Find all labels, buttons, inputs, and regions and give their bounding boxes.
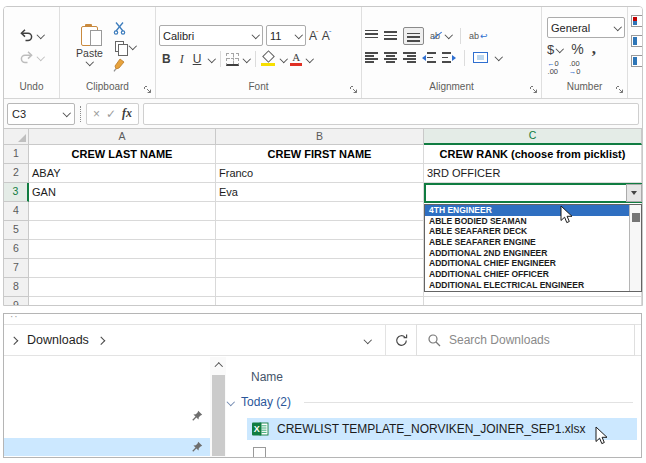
group-header-today[interactable]: Today (2) <box>226 395 291 409</box>
picklist-item[interactable]: ADDITIONAL CHIEF ENGINEER <box>425 258 641 269</box>
orientation-dropdown-chevron[interactable] <box>444 32 452 40</box>
data-validation-dropdown-button[interactable] <box>626 184 642 202</box>
font-family-combobox[interactable]: Calibri <box>159 25 263 46</box>
font-color-dropdown-chevron[interactable] <box>305 55 313 63</box>
cell-b6[interactable] <box>216 240 424 259</box>
name-box[interactable]: C3 <box>7 103 75 125</box>
select-all-corner[interactable] <box>4 129 29 145</box>
name-box-chevron[interactable] <box>62 110 70 118</box>
row-header-6[interactable]: 6 <box>4 240 29 259</box>
address-dropdown-chevron[interactable] <box>363 336 371 344</box>
accounting-format-button[interactable]: $ <box>547 42 563 57</box>
search-input[interactable] <box>449 333 624 347</box>
cut-button[interactable] <box>111 20 139 36</box>
chevron-down-icon[interactable] <box>226 398 234 406</box>
breadcrumb-folder[interactable]: Downloads <box>27 333 89 347</box>
number-dialog-launcher[interactable] <box>616 86 624 94</box>
picklist-scrollbar[interactable] <box>629 205 641 291</box>
format-painter-button[interactable] <box>111 57 139 73</box>
grow-font-button[interactable]: Aˆ <box>309 29 319 43</box>
cell-b9[interactable] <box>216 297 424 305</box>
scrollbar-thumb[interactable] <box>632 213 640 222</box>
enter-button[interactable]: ✓ <box>106 108 116 120</box>
row-header-1[interactable]: 1 <box>4 145 29 164</box>
font-dialog-launcher[interactable] <box>350 86 358 94</box>
cell-a1[interactable]: CREW LAST NAME <box>29 145 216 164</box>
row-header-7[interactable]: 7 <box>4 259 29 278</box>
borders-dropdown-chevron[interactable] <box>242 55 250 63</box>
nav-pane-scrollbar[interactable] <box>210 357 226 457</box>
cell-a3[interactable]: GAN <box>29 183 216 202</box>
cell-b7[interactable] <box>216 259 424 278</box>
conditional-formatting-icon[interactable] <box>631 15 643 27</box>
top-align-button[interactable] <box>365 30 378 42</box>
align-right-button[interactable] <box>403 52 416 63</box>
column-header-c[interactable]: C <box>424 129 642 145</box>
bottom-align-button[interactable] <box>403 27 424 45</box>
scroll-up-button[interactable] <box>210 357 226 372</box>
selected-cell-c3[interactable] <box>424 183 642 203</box>
file-row-selected[interactable]: X CREWLIST TEMPLATE_NORVIKEN_JOINER_SEP1… <box>247 418 637 440</box>
underline-button[interactable]: U <box>190 52 205 66</box>
formula-input[interactable] <box>143 103 639 125</box>
cell-b8[interactable] <box>216 278 424 297</box>
wrap-text-button[interactable]: ab ↩ <box>469 31 488 41</box>
cell-a6[interactable] <box>29 240 216 259</box>
format-as-table-icon[interactable] <box>631 35 643 47</box>
cell-a5[interactable] <box>29 221 216 240</box>
cell-a8[interactable] <box>29 278 216 297</box>
cell-styles-icon[interactable] <box>631 55 643 67</box>
picklist-item[interactable]: ADDITIONAL ELECTRICAL ENGINEER <box>425 280 641 291</box>
clipboard-dialog-launcher[interactable] <box>144 86 152 94</box>
column-header-a[interactable]: A <box>29 129 216 145</box>
cell-b4[interactable] <box>216 202 424 221</box>
picklist-item[interactable]: ADDITIONAL CHIEF OFFICER <box>425 269 641 280</box>
row-header-2[interactable]: 2 <box>4 164 29 183</box>
copy-button[interactable] <box>111 38 139 55</box>
cell-a2[interactable]: ABAY <box>29 164 216 183</box>
row-header-5[interactable]: 5 <box>4 221 29 240</box>
picklist-item[interactable]: ADDITIONAL 2ND ENGINEER <box>425 248 641 259</box>
font-size-combobox[interactable]: 11 <box>266 25 306 46</box>
picklist-item[interactable]: ABLE SEAFARER DECK <box>425 226 641 237</box>
breadcrumb[interactable]: Downloads <box>4 333 106 347</box>
middle-align-button[interactable] <box>384 30 397 42</box>
copy-dropdown-chevron[interactable] <box>129 42 137 50</box>
italic-button[interactable]: I <box>177 52 187 67</box>
cell-b2[interactable]: Franco <box>216 164 424 183</box>
name-column-header[interactable]: Name <box>251 370 283 384</box>
row-header-9[interactable]: 9 <box>4 297 29 305</box>
row-header-4[interactable]: 4 <box>4 202 29 221</box>
merge-center-dropdown-chevron[interactable] <box>494 54 502 62</box>
cell-c1[interactable]: CREW RANK (choose from picklist) <box>424 145 642 164</box>
increase-indent-button[interactable] <box>442 52 456 63</box>
alignment-dialog-launcher[interactable] <box>530 86 538 94</box>
accounting-dropdown-chevron[interactable] <box>555 45 563 53</box>
font-color-button[interactable]: A <box>290 52 302 67</box>
paste-button[interactable]: Paste <box>76 26 103 67</box>
number-format-combobox[interactable]: General <box>547 17 625 38</box>
orientation-button[interactable]: ab <box>430 31 452 41</box>
refresh-button[interactable] <box>386 333 416 348</box>
increase-decimal-button[interactable]: ←0 .00 <box>547 60 559 75</box>
fill-color-icon[interactable] <box>261 52 276 66</box>
column-header-b[interactable]: B <box>216 129 424 145</box>
percent-style-button[interactable]: % <box>571 41 583 57</box>
decrease-indent-button[interactable] <box>422 52 436 63</box>
align-left-button[interactable] <box>365 52 378 63</box>
cell-a4[interactable] <box>29 202 216 221</box>
picklist-item[interactable]: 4TH ENGINEER <box>425 205 641 216</box>
paste-dropdown-chevron[interactable] <box>85 59 93 67</box>
cell-c9[interactable] <box>424 297 642 305</box>
cell-a7[interactable] <box>29 259 216 278</box>
align-center-button[interactable] <box>384 52 397 63</box>
chevron-down-icon[interactable] <box>294 32 302 40</box>
decrease-decimal-button[interactable]: .00 →0 <box>569 60 581 75</box>
scrollbar-thumb[interactable] <box>212 375 225 456</box>
underline-dropdown-chevron[interactable] <box>207 55 215 63</box>
nav-pane-selected-item[interactable] <box>4 438 210 456</box>
row-header-3[interactable]: 3 <box>4 183 29 202</box>
undo-dropdown-chevron[interactable] <box>36 31 44 39</box>
fill-color-dropdown-chevron[interactable] <box>279 55 287 63</box>
chevron-down-icon[interactable] <box>251 32 259 40</box>
